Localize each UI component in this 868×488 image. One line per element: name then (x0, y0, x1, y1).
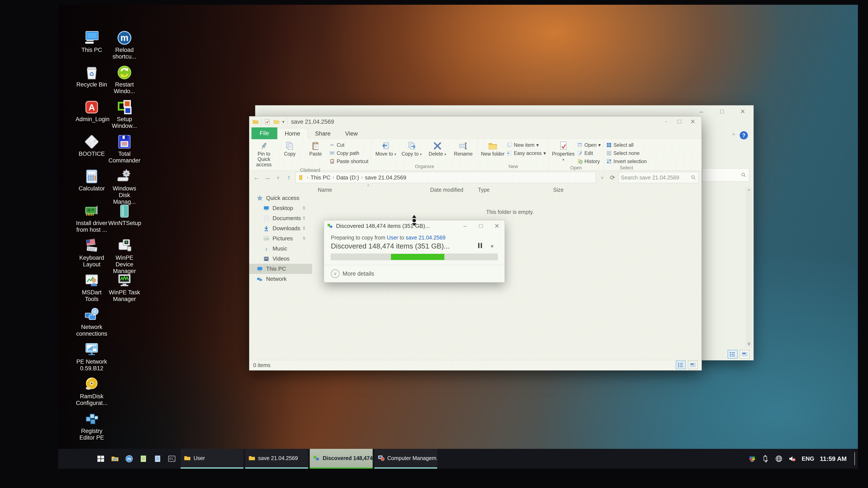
desktop-icon-restart-windows[interactable]: Restart Windo... (108, 65, 141, 99)
open-button[interactable]: Open▾ (577, 141, 601, 149)
dialog-maximize-button[interactable] (476, 222, 486, 230)
cut-button[interactable]: ✂Cut (329, 141, 368, 149)
maximize-button[interactable] (673, 117, 686, 126)
recent-locations-dropdown-icon[interactable]: v (274, 175, 282, 180)
desktop-icon-keyboard-layout[interactable]: Keyboard Layout (75, 238, 108, 272)
refresh-icon[interactable]: ⟳ (609, 174, 616, 181)
select-none-button[interactable]: Select none (606, 150, 647, 157)
pin-to-quick-access-button[interactable]: Pin to Quick access (252, 140, 276, 167)
desktop-icon-bootice[interactable]: BOOTICE (75, 134, 108, 169)
bg-ribbon-collapse-icon[interactable]: ^ (733, 132, 735, 139)
bg-help-icon[interactable]: ? (740, 131, 748, 139)
properties-button[interactable]: Properties▾ (551, 140, 576, 162)
sidebar-item-pictures[interactable]: Pictures✎ (249, 233, 312, 243)
taskbar-clock[interactable]: 11:59 AM (820, 455, 847, 462)
show-desktop-button[interactable] (855, 452, 855, 465)
display-color-icon[interactable] (748, 455, 756, 463)
taskbar-window-copy-dialog[interactable]: Discovered 148,474 it... (310, 449, 373, 469)
breadcrumb-drive[interactable]: Data (D:) (336, 174, 359, 181)
desktop-icon-this-pc[interactable]: This PC (75, 30, 108, 65)
volume-muted-icon[interactable] (788, 455, 796, 463)
desktop-icon-msdart-tools[interactable]: MSDart Tools (75, 272, 108, 307)
desktop-icon-winntsetup[interactable]: WinNTSetup (108, 203, 141, 238)
desktop-icon-network-connections[interactable]: Network connections (75, 307, 108, 342)
address-dropdown-icon[interactable]: v (598, 175, 607, 180)
taskbar-reload-shortcuts-button[interactable]: m (122, 449, 136, 469)
desktop-icon-setup-windows[interactable]: Setup Window... (108, 99, 141, 134)
up-button[interactable]: ↑ (285, 174, 293, 181)
copy-to-button[interactable]: Copy to ▾ (400, 140, 424, 157)
thumbnail-view-button[interactable] (688, 361, 698, 369)
tab-share[interactable]: Share (308, 128, 338, 139)
desktop-icon-ramdisk[interactable]: RamDisk Configurat... (75, 377, 108, 411)
tab-file[interactable]: File (251, 127, 277, 139)
bg-details-view-button[interactable] (727, 350, 738, 358)
taskbar-file-explorer-button[interactable] (108, 449, 122, 469)
desktop-icon-windows-disk-management[interactable]: Windows Disk Manag... (108, 169, 141, 203)
sidebar-item-network[interactable]: Network (249, 274, 312, 284)
details-view-button[interactable] (676, 361, 686, 369)
edit-button[interactable]: Edit (577, 150, 601, 157)
qat-customize-dropdown-icon[interactable]: ▾ (282, 119, 284, 124)
cancel-button[interactable]: × (486, 243, 498, 250)
bg-maximize-button[interactable] (716, 107, 727, 116)
history-button[interactable]: History (577, 158, 601, 165)
sidebar-item-desktop[interactable]: Desktop✎ (249, 203, 312, 213)
easy-access-button[interactable]: Easy access▾ (506, 150, 546, 157)
scroll-up-icon[interactable]: ^ (748, 188, 750, 194)
breadcrumb[interactable]: › This PC › Data (D:) › save 21.04.2569 (296, 172, 596, 183)
bg-close-button[interactable] (737, 107, 748, 116)
move-to-button[interactable]: Move to ▾ (374, 140, 398, 157)
new-item-button[interactable]: New item▾ (506, 141, 546, 149)
qat-new-folder-icon[interactable] (273, 119, 280, 125)
pause-button[interactable] (474, 243, 486, 250)
bg-thumbnail-view-button[interactable] (740, 350, 750, 358)
breadcrumb-current-folder[interactable]: save 21.04.2569 (365, 174, 406, 181)
bg-minimize-button[interactable] (696, 107, 707, 116)
copy-path-button[interactable]: Copy path (329, 150, 368, 157)
paste-button[interactable]: Paste (304, 140, 328, 157)
paste-shortcut-button[interactable]: Paste shortcut (329, 158, 368, 165)
desktop-icon-recycle-bin[interactable]: ♻ Recycle Bin (75, 65, 108, 99)
bg-scrollbar[interactable]: ^v (746, 187, 752, 347)
forward-button[interactable]: → (263, 174, 272, 181)
new-folder-button[interactable]: New folder (481, 140, 505, 157)
column-size[interactable]: Size (525, 187, 564, 193)
taskbar-notepad-green-button[interactable] (136, 449, 151, 469)
desktop-icon-registry-editor[interactable]: Registry Editor PE (75, 411, 108, 446)
minimize-button[interactable] (659, 117, 673, 126)
qat-properties-icon[interactable] (264, 119, 271, 125)
desktop-icon-admin-login[interactable]: A Admin_Login (75, 99, 108, 134)
tab-home[interactable]: Home (277, 128, 308, 139)
taskbar-window-user[interactable]: User (181, 449, 244, 469)
network-globe-icon[interactable] (775, 455, 783, 463)
column-name[interactable]: Name^ (312, 187, 430, 193)
taskbar-window-computer-management[interactable]: Computer Managem... (374, 449, 437, 469)
bg-search-box[interactable] (702, 168, 749, 182)
taskbar-window-save-folder[interactable]: save 21.04.2569 (245, 449, 308, 469)
taskbar-notepad-blue-button[interactable] (151, 449, 165, 469)
close-button[interactable] (686, 117, 700, 126)
sidebar-item-downloads[interactable]: Downloads✎ (249, 223, 312, 233)
sidebar-item-videos[interactable]: Videos (249, 254, 312, 264)
search-input[interactable] (621, 174, 691, 181)
dialog-close-button[interactable] (492, 222, 502, 230)
select-all-button[interactable]: Select all (606, 141, 647, 149)
dialog-minimize-button[interactable] (460, 222, 470, 230)
breadcrumb-this-pc[interactable]: This PC (310, 174, 330, 181)
delete-button[interactable]: Delete ▾ (425, 140, 450, 157)
desktop-icon-winpe-device-manager[interactable]: WinPE Device Manager (108, 238, 141, 272)
sidebar-item-quick-access[interactable]: Quick access (249, 193, 312, 203)
search-box[interactable] (619, 172, 699, 183)
invert-selection-button[interactable]: Invert selection (606, 158, 647, 165)
usb-eject-icon[interactable] (762, 455, 769, 463)
start-button[interactable] (94, 449, 108, 469)
column-type[interactable]: Type (478, 187, 525, 193)
column-date-modified[interactable]: Date modified (430, 187, 478, 193)
desktop-icon-pe-network[interactable]: PE Network 0.59.B12 (75, 342, 108, 377)
desktop-icon-calculator[interactable]: Calculator (75, 169, 108, 203)
language-indicator[interactable]: ENG (802, 456, 814, 462)
desktop-icon-install-driver[interactable]: Install driver from host ... (75, 203, 108, 238)
back-button[interactable]: ← (252, 174, 261, 181)
rename-button[interactable]: Rename (451, 140, 475, 157)
